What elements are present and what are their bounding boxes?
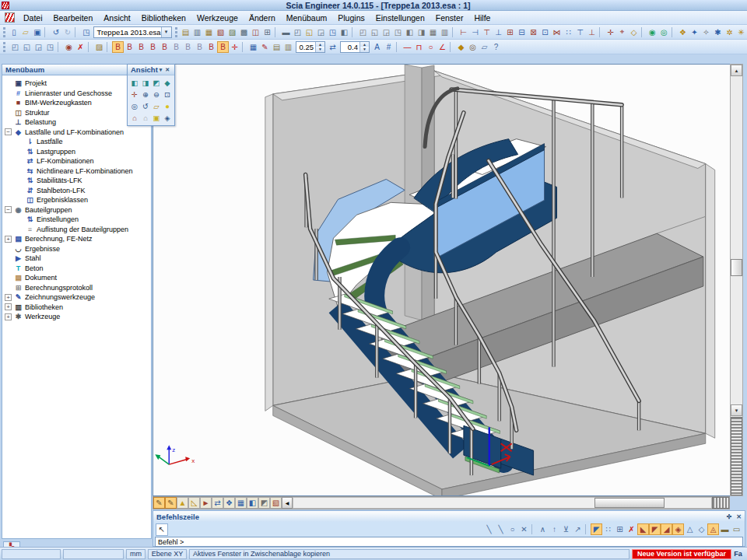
report-icon[interactable]: ◧	[338, 26, 350, 38]
snap-arc-center-icon[interactable]: ◇	[696, 523, 707, 535]
chevron-down-icon[interactable]: ▾	[158, 67, 164, 73]
tree-item-ergebnisse[interactable]: ◡ Ergebnisse	[5, 244, 151, 254]
loadcase-new-icon[interactable]: B	[124, 41, 135, 53]
window-layout-7-icon[interactable]: ▦	[427, 26, 439, 38]
loadcase-prev-icon[interactable]: B	[182, 41, 194, 53]
view-settings-cube-icon[interactable]: ◈	[162, 112, 173, 124]
tree-item-nichtlineare-lf[interactable]: ⇆ Nichtlineare LF-Kombinationen	[5, 166, 151, 177]
node-tool-icon[interactable]: ∷	[563, 26, 574, 38]
loadcase-target-icon[interactable]: ✛	[229, 41, 240, 53]
view-axonometric-icon[interactable]: ◆	[162, 77, 173, 89]
section-icon[interactable]: ▣	[151, 112, 162, 124]
project-manager-icon[interactable]: ◳	[80, 26, 92, 38]
light-bulb-icon[interactable]: ●	[162, 100, 173, 112]
hinge-tool-icon[interactable]: ⋈	[551, 26, 563, 38]
window-layout-6-icon[interactable]: ◨	[416, 26, 427, 38]
rectangle-draw-icon[interactable]: ⊓	[413, 41, 425, 53]
send-project-icon[interactable]: ◳	[327, 26, 338, 38]
menu-bearbeiten[interactable]: Bearbeiten	[48, 12, 99, 24]
loadcase-combi-icon[interactable]: B	[217, 41, 229, 53]
font-scale-icon[interactable]: A	[371, 41, 383, 53]
tree-expander[interactable]	[16, 177, 23, 184]
app-icon[interactable]	[5, 12, 15, 23]
snap-endpoint-icon[interactable]: ◣	[637, 523, 649, 535]
flag-tab[interactable]: ►	[200, 497, 212, 509]
document-gallery-icon[interactable]: ▦	[203, 26, 215, 38]
close-icon[interactable]: ✕	[163, 67, 171, 73]
window-layout-3-icon[interactable]: ◲	[381, 26, 392, 38]
toolbar-grip[interactable]	[175, 27, 177, 37]
toolbar-grip[interactable]	[3, 27, 5, 37]
vertical-scroll-thumb[interactable]	[731, 259, 742, 276]
loadcase-edit-icon[interactable]: B	[135, 41, 147, 53]
mesh-tool-icon[interactable]: ⊤	[574, 26, 586, 38]
loadcase-next-icon[interactable]: B	[194, 41, 205, 53]
window-layout-4-icon[interactable]: ◳	[392, 26, 404, 38]
toggle-link-2-icon[interactable]: ◎	[658, 26, 670, 38]
tree-expander[interactable]	[16, 148, 23, 155]
paste-picture-icon[interactable]: ▨	[226, 26, 238, 38]
circle-draw-icon[interactable]: ○	[425, 41, 437, 53]
update-badge[interactable]: Neue Version ist verfügbar	[632, 549, 731, 559]
zoom-all-icon[interactable]: ◎	[129, 100, 140, 112]
new-gallery-picture-icon[interactable]: ▨	[93, 41, 105, 53]
snap-midpoint-icon[interactable]: ◤	[649, 523, 661, 535]
load-surface-icon[interactable]: ⊠	[528, 26, 539, 38]
corner-resize-handle[interactable]	[712, 497, 729, 509]
picture-gallery-icon[interactable]: ▤	[180, 26, 191, 38]
swap-scale-icon[interactable]: ⇄	[327, 41, 338, 53]
tree-item-auflistung-bauteilgruppen[interactable]: ≡ Auflistung der Bauteilgruppen	[5, 225, 151, 235]
levels-tab[interactable]: ◺	[188, 497, 200, 509]
horizontal-scrollbar[interactable]	[293, 497, 712, 509]
scale-spinner[interactable]: 0.25 ▲▼	[296, 41, 325, 53]
image-export-icon[interactable]: ◱	[303, 26, 315, 38]
tree-item-dokument[interactable]: ▤ Dokument	[5, 273, 151, 283]
scroll-down-icon[interactable]: ▼	[731, 404, 742, 416]
tree-expander[interactable]	[5, 109, 12, 116]
tree-expander[interactable]	[5, 264, 12, 271]
menu-fenster[interactable]: Fenster	[430, 12, 469, 24]
activity-icon[interactable]: ✲	[724, 26, 735, 38]
filter-icon[interactable]: ✧	[700, 26, 712, 38]
angle-draw-icon[interactable]: ∠	[437, 41, 448, 53]
new-document-icon[interactable]: ▯	[8, 26, 19, 38]
tree-expander[interactable]: +	[5, 236, 12, 243]
zoom-previous-icon[interactable]: ↺	[140, 100, 151, 112]
menu-einstellungen[interactable]: Einstellungen	[370, 12, 430, 24]
tree-item-stabilitaets-lfk[interactable]: ⇅ Stabilitäts-LFK	[5, 176, 151, 186]
view-top-icon[interactable]: ◩	[151, 77, 162, 89]
status-plane[interactable]: Ebene XY	[148, 549, 187, 559]
tree-item-lastfaelle[interactable]: ⇂ Lastfälle	[5, 137, 151, 147]
model-viewport[interactable]: z x	[153, 64, 730, 496]
number-format-icon[interactable]: #	[383, 41, 395, 53]
tree-expander[interactable]: +	[5, 294, 12, 301]
loadcase-move-icon[interactable]: B	[170, 41, 182, 53]
print-preview-icon[interactable]: ◰	[292, 26, 303, 38]
vertical-scrollbar[interactable]: ▲ ▼	[730, 64, 743, 496]
snap-up-icon[interactable]: ↑	[549, 523, 560, 535]
command-input[interactable]: Befehl >	[155, 537, 743, 547]
tree-expander[interactable]	[16, 167, 23, 174]
menu-aendern[interactable]: Ändern	[244, 12, 281, 24]
snap-mid-icon[interactable]: ⊻	[560, 523, 572, 535]
save-project-icon[interactable]: ▣	[31, 26, 43, 38]
snap-cross-icon[interactable]: ✕	[518, 523, 530, 535]
tree-expander[interactable]: −	[5, 206, 12, 213]
snap-tangent-icon[interactable]: △	[684, 523, 696, 535]
window-layout-8-icon[interactable]: ▥	[439, 26, 451, 38]
menu-datei[interactable]: Datei	[18, 12, 48, 24]
layer-draw-1-tab[interactable]: ✎	[153, 497, 165, 509]
line-segment-icon[interactable]: —	[402, 41, 413, 53]
snap-orthogonal-icon[interactable]: ◈	[672, 523, 684, 535]
shell-tool-icon[interactable]: ⊥	[493, 26, 504, 38]
zoom-in-icon[interactable]: ⊕	[140, 89, 151, 100]
snap-intersection-icon[interactable]: ◢	[661, 523, 672, 535]
window-layout-2-icon[interactable]: ◱	[369, 26, 381, 38]
tree-item-berechnung-fe-netz[interactable]: + ▤ Berechnung, FE-Netz	[5, 234, 151, 244]
tree-item-bibliotheken[interactable]: + ▥ Bibliotheken	[5, 303, 151, 313]
clipboard-icon[interactable]: ▩	[238, 26, 250, 38]
document-export-icon[interactable]: ◲	[315, 26, 327, 38]
chevron-down-icon[interactable]: ▾	[161, 27, 171, 37]
coordinates-tab[interactable]: ⇄	[212, 497, 223, 509]
plate-tool-icon[interactable]: ⊤	[481, 26, 493, 38]
